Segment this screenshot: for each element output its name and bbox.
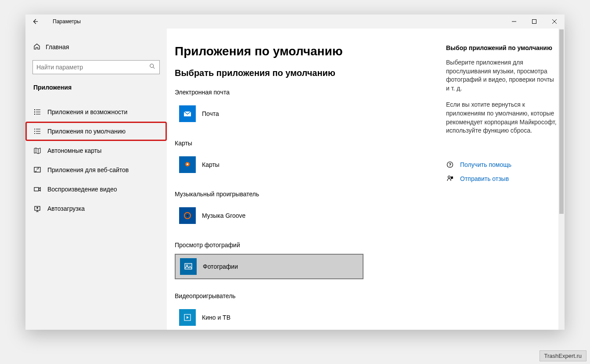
app-tile-email[interactable]: Почта [175,101,363,126]
sidebar-section-title: Приложения [25,74,167,95]
app-name: Почта [202,110,219,117]
page-title: Приложения по умолчанию [175,44,426,58]
aside-heading: Выбор приложений по умолчанию [446,44,557,51]
sidebar-item-apps-websites[interactable]: Приложения для веб-сайтов [25,160,167,180]
arrow-left-icon [32,18,38,25]
nav-list: Приложения и возможности Приложения по у… [25,102,167,218]
main-column: Приложения по умолчанию Выбрать приложен… [167,29,439,330]
minimize-icon [512,19,516,24]
sidebar-item-label: Автономные карты [47,147,101,154]
svg-point-17 [187,265,188,266]
category-video: Видеопроигрыватель Кино и ТВ [175,292,426,330]
search-input[interactable] [36,64,149,71]
sidebar-item-label: Воспроизведение видео [47,186,117,193]
window-controls [504,14,565,29]
maximize-icon [532,19,536,24]
search-box[interactable] [32,60,160,74]
svg-point-6 [34,131,35,132]
svg-point-7 [34,133,35,134]
mail-icon [179,105,196,122]
sidebar-item-default-apps[interactable]: Приложения по умолчанию [25,122,167,141]
sidebar-item-offline-maps[interactable]: Автономные карты [25,141,167,160]
svg-rect-3 [34,112,35,112]
category-maps: Карты Карты [175,140,426,177]
app-tile-photos[interactable]: Фотографии [175,254,363,279]
svg-rect-8 [34,167,40,172]
app-name: Музыка Groove [202,212,245,219]
category-label: Видеопроигрыватель [175,292,426,299]
home-label: Главная [46,43,69,50]
svg-rect-2 [34,109,35,110]
help-link-label: Получить помощь [460,161,511,168]
aside-text-2: Если вы хотите вернуться к приложениям п… [446,101,557,135]
settings-window: Параметры Главная [25,14,565,330]
close-icon [552,19,557,24]
movies-tv-icon [179,309,196,326]
sidebar: Главная Приложения Приложения и возможно… [25,29,167,330]
offline-maps-icon [33,147,41,155]
svg-point-5 [34,129,35,130]
svg-point-15 [187,215,188,216]
app-tile-maps[interactable]: Карты [175,152,363,177]
sidebar-item-label: Приложения по умолчанию [47,128,126,135]
home-link[interactable]: Главная [25,39,167,55]
svg-point-13 [187,163,188,165]
sidebar-item-apps-features[interactable]: Приложения и возможности [25,102,167,122]
category-label: Просмотр фотографий [175,241,426,249]
feedback-link[interactable]: Отправить отзыв [446,175,557,183]
svg-point-21 [448,176,450,178]
sidebar-item-label: Автозагрузка [47,205,85,212]
content: Приложения по умолчанию Выбрать приложен… [167,29,565,330]
section-heading: Выбрать приложения по умолчанию [175,68,426,78]
help-link[interactable]: Получить помощь [446,161,557,169]
app-name: Кино и ТВ [202,314,230,321]
svg-rect-4 [34,114,35,115]
category-label: Карты [175,140,426,147]
svg-rect-16 [185,263,192,269]
apps-features-icon [33,108,41,116]
video-playback-icon [33,185,41,193]
category-email: Электронная почта Почта [175,89,426,126]
sidebar-item-label: Приложения для веб-сайтов [47,166,129,173]
aside-text-1: Выберите приложения для прослушивания му… [446,58,557,93]
scrollbar[interactable] [558,29,565,330]
startup-icon [33,205,41,213]
sidebar-item-startup[interactable]: Автозагрузка [25,199,167,218]
window-body: Главная Приложения Приложения и возможно… [25,29,565,330]
app-tile-music[interactable]: Музыка Groove [175,203,363,228]
category-label: Электронная почта [175,89,426,96]
app-tile-video[interactable]: Кино и ТВ [175,305,363,330]
window-title: Параметры [45,18,81,25]
sidebar-item-video-playback[interactable]: Воспроизведение видео [25,180,167,199]
apps-websites-icon [33,166,41,174]
back-button[interactable] [25,14,45,29]
category-music: Музыкальный проигрыватель Музыка Groove [175,191,426,228]
app-name: Карты [202,161,219,168]
watermark: TrashExpert.ru [540,350,587,361]
search-icon [149,63,156,71]
app-name: Фотографии [203,263,238,270]
home-icon [33,43,46,51]
maps-icon [179,156,196,173]
feedback-icon [446,175,454,183]
category-label: Музыкальный проигрыватель [175,191,426,198]
groove-music-icon [179,207,196,224]
maximize-button[interactable] [524,14,544,29]
svg-point-1 [150,64,154,68]
close-button[interactable] [544,14,565,29]
category-photos: Просмотр фотографий Фотографии [175,241,426,279]
svg-rect-9 [34,187,39,191]
photos-icon [180,258,197,275]
feedback-link-label: Отправить отзыв [460,175,509,182]
svg-rect-0 [532,20,536,24]
aside: Выбор приложений по умолчанию Выберите п… [446,44,557,189]
help-icon [446,161,454,169]
default-apps-icon [33,127,41,135]
scrollbar-thumb[interactable] [559,29,564,214]
minimize-button[interactable] [504,14,524,29]
sidebar-item-label: Приложения и возможности [47,108,127,115]
svg-point-20 [450,166,450,167]
titlebar: Параметры [25,14,565,29]
